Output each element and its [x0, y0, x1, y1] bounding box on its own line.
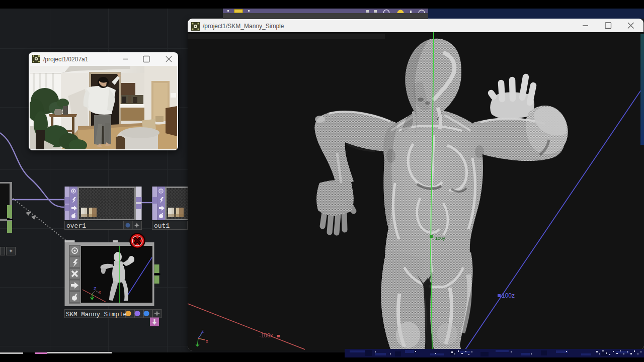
svg-text:x: x — [206, 338, 208, 344]
svg-text:out1: out1 — [154, 222, 170, 230]
svg-text:-100x: -100x — [259, 332, 273, 338]
svg-text:z: z — [201, 328, 204, 334]
svg-text:x: x — [99, 290, 101, 295]
svg-text:100y: 100y — [435, 236, 445, 241]
svg-text:Z: Z — [94, 286, 97, 291]
svg-text:SKM_Manny_Simple: SKM_Manny_Simple — [66, 311, 127, 318]
svg-text:100z: 100z — [502, 292, 515, 299]
svg-text:over1: over1 — [66, 222, 86, 230]
